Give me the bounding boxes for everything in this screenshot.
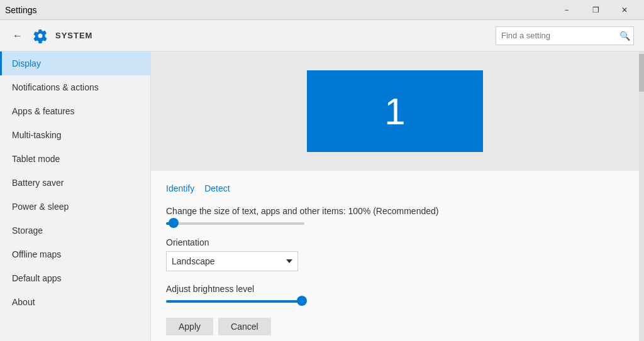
titlebar-title: Settings xyxy=(5,5,37,15)
search-box: 🔍 xyxy=(496,26,634,45)
app-container: ← SYSTEM 🔍 Display Notifications & actio… xyxy=(0,20,644,341)
header-title: SYSTEM xyxy=(55,31,92,40)
sidebar-item-notifications[interactable]: Notifications & actions xyxy=(0,75,150,99)
sidebar-item-battery[interactable]: Battery saver xyxy=(0,171,150,195)
sidebar-item-apps[interactable]: Apps & features xyxy=(0,99,150,123)
body: Display Notifications & actions Apps & f… xyxy=(0,51,644,341)
sidebar-item-multitasking[interactable]: Multi-tasking xyxy=(0,123,150,147)
back-button[interactable]: ← xyxy=(10,28,25,44)
detect-button[interactable]: Detect xyxy=(204,183,230,193)
scrollbar-thumb[interactable] xyxy=(639,54,644,92)
monitor-area: 1 xyxy=(151,51,639,171)
cancel-button[interactable]: Cancel xyxy=(218,318,271,335)
minimize-button[interactable]: − xyxy=(552,0,581,20)
search-input[interactable] xyxy=(496,26,634,45)
sidebar-item-power[interactable]: Power & sleep xyxy=(0,195,150,219)
scrollbar[interactable] xyxy=(639,51,644,341)
sidebar: Display Notifications & actions Apps & f… xyxy=(0,51,151,341)
scale-slider-track[interactable] xyxy=(166,222,304,225)
brightness-slider-fill xyxy=(166,300,298,303)
sidebar-item-offline[interactable]: Offline maps xyxy=(0,242,150,266)
scale-label: Change the size of text, apps and other … xyxy=(166,206,624,216)
gear-icon xyxy=(33,28,48,43)
orientation-label: Orientation xyxy=(166,237,624,247)
titlebar-left: Settings xyxy=(5,5,37,15)
scale-slider-thumb[interactable] xyxy=(169,218,179,228)
monitor-preview: 1 xyxy=(307,70,483,152)
settings-content: Identify Detect Change the size of text,… xyxy=(151,171,639,341)
sidebar-item-storage[interactable]: Storage xyxy=(0,219,150,242)
button-row: Apply Cancel xyxy=(166,318,624,335)
brightness-slider-thumb[interactable] xyxy=(297,296,307,306)
sidebar-item-about[interactable]: About xyxy=(0,290,150,314)
sidebar-item-default[interactable]: Default apps xyxy=(0,266,150,290)
link-row: Identify Detect xyxy=(166,183,624,193)
apply-button[interactable]: Apply xyxy=(166,318,213,335)
brightness-slider-track[interactable] xyxy=(166,300,304,303)
content-area: 1 Identify Detect Change the size of tex… xyxy=(151,51,639,341)
titlebar: Settings − ❐ ✕ xyxy=(0,0,644,20)
header: ← SYSTEM 🔍 xyxy=(0,20,644,51)
titlebar-controls: − ❐ ✕ xyxy=(552,0,639,20)
close-button[interactable]: ✕ xyxy=(610,0,639,20)
monitor-number: 1 xyxy=(384,90,405,133)
sidebar-item-tablet[interactable]: Tablet mode xyxy=(0,147,150,171)
orientation-select[interactable]: Landscape Portrait Landscape (flipped) P… xyxy=(166,251,298,271)
brightness-label: Adjust brightness level xyxy=(166,284,624,294)
sidebar-item-display[interactable]: Display xyxy=(0,51,150,75)
restore-button[interactable]: ❐ xyxy=(581,0,610,20)
identify-button[interactable]: Identify xyxy=(166,183,194,193)
search-icon: 🔍 xyxy=(619,31,630,41)
